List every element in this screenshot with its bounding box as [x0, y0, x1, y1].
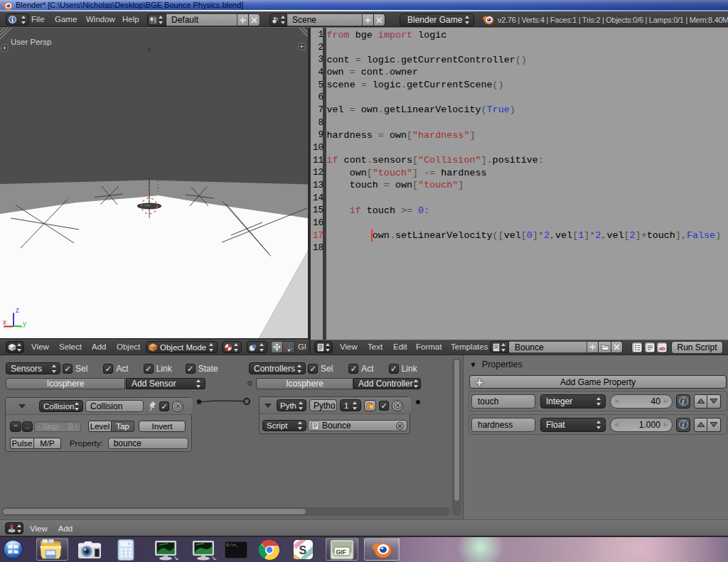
svg-text:S: S — [299, 544, 307, 556]
svg-text:GIF: GIF — [336, 549, 346, 556]
svg-text:z: z — [16, 306, 19, 314]
svg-text:x: x — [3, 318, 6, 326]
svg-text:ab: ab — [659, 345, 665, 351]
svg-text:User Persp: User Persp — [11, 38, 52, 46]
svg-text:C:\>_: C:\>_ — [227, 543, 239, 548]
svg-text:y: y — [23, 320, 26, 328]
